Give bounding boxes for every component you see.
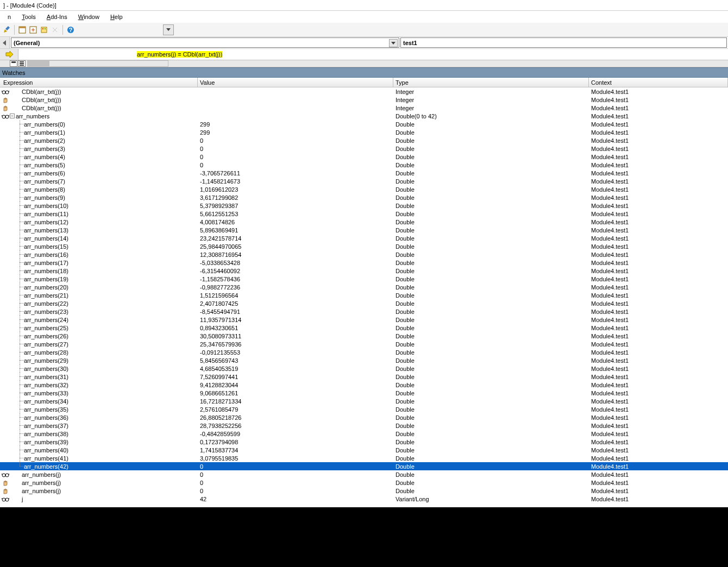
watch-row-child[interactable]: arr_numbers(24) 11,9357971314 Double Mod… (0, 316, 728, 324)
watch-row-child[interactable]: arr_numbers(31) 7,5260997441 Double Modu… (0, 373, 728, 381)
watch-row-child[interactable]: arr_numbers(2) 0 Double Module4.test1 (0, 136, 728, 144)
code-editor[interactable]: arr_numbers(j) = CDbl(arr_txt(j)) (18, 49, 728, 60)
watch-expression: arr_numbers(8) (24, 186, 65, 193)
watch-row-child[interactable]: arr_numbers(14) 23,2421578714 Double Mod… (0, 234, 728, 242)
watch-row-child[interactable]: arr_numbers(21) 1,5121596564 Double Modu… (0, 291, 728, 299)
object-combo[interactable]: (General) (11, 37, 399, 48)
watch-row-child[interactable]: arr_numbers(30) 4,6854053519 Double Modu… (0, 364, 728, 373)
horizontal-scrollbar[interactable] (27, 60, 168, 67)
watch-expression: CDbl(arr_txt(j)) (22, 89, 61, 95)
left-stub[interactable] (0, 37, 10, 48)
watch-value: 0 (198, 154, 393, 160)
watch-row-child[interactable]: arr_numbers(38) -0,4842859599 Double Mod… (0, 430, 728, 438)
col-context[interactable]: Context (589, 78, 728, 87)
watch-row-child[interactable]: arr_numbers(36) 26,8805218726 Double Mod… (0, 413, 728, 421)
watch-context: Module4.test1 (589, 121, 728, 128)
watch-row-child[interactable]: arr_numbers(15) 25,9844970065 Double Mod… (0, 242, 728, 250)
watch-row-child[interactable]: arr_numbers(32) 9,4128823044 Double Modu… (0, 381, 728, 389)
watch-row[interactable]: j 42 Variant/Long Module4.test1 (0, 495, 728, 503)
watch-row-child[interactable]: arr_numbers(28) -0,0912135553 Double Mod… (0, 348, 728, 356)
watch-row-child[interactable]: arr_numbers(27) 25,3476579936 Double Mod… (0, 340, 728, 348)
watch-type: Double (393, 121, 589, 128)
watch-row-child[interactable]: arr_numbers(40) 1,7415837734 Double Modu… (0, 446, 728, 454)
watch-row-child[interactable]: arr_numbers(10) 5,3798929387 Double Modu… (0, 201, 728, 210)
full-module-view-button[interactable] (10, 60, 17, 67)
watch-context: Module4.test1 (589, 455, 728, 462)
svg-point-19 (5, 498, 9, 501)
procedure-combo[interactable]: test1 (400, 37, 727, 48)
watch-row[interactable]: arr_numbers(j) 0 Double Module4.test1 (0, 487, 728, 495)
watch-row[interactable]: arr_numbers(j) 0 Double Module4.test1 (0, 478, 728, 487)
watch-row-child[interactable]: arr_numbers(35) 2,5761085479 Double Modu… (0, 405, 728, 413)
watch-row-child[interactable]: arr_numbers(18) -6,3154460092 Double Mod… (0, 267, 728, 275)
blank-icon (1, 398, 10, 405)
watch-row-child[interactable]: arr_numbers(34) 16,7218271334 Double Mod… (0, 397, 728, 405)
menu-tools[interactable]: Tools (17, 12, 40, 21)
watch-row-parent[interactable]: −arr_numbers Double(0 to 42) Module4.tes… (0, 112, 728, 120)
watch-value: -5,0338653428 (198, 260, 393, 266)
menu-window[interactable]: Window (74, 12, 104, 21)
watch-row-child[interactable]: arr_numbers(39) 0,1723794098 Double Modu… (0, 438, 728, 446)
watch-row-child[interactable]: arr_numbers(3) 0 Double Module4.test1 (0, 144, 728, 153)
watch-expression: arr_numbers(9) (24, 194, 65, 201)
watches-body[interactable]: CDbl(arr_txt(j)) Integer Module4.test1 C… (0, 87, 728, 507)
watch-row[interactable]: CDbl(arr_txt(j)) Integer Module4.test1 (0, 87, 728, 96)
watch-row-child[interactable]: arr_numbers(42) 0 Double Module4.test1 (0, 462, 728, 470)
watch-row-child[interactable]: arr_numbers(7) -1,1458214673 Double Modu… (0, 177, 728, 185)
blank-icon (1, 153, 10, 161)
blank-icon (1, 202, 10, 210)
menu-help[interactable]: Help (106, 12, 127, 21)
col-type[interactable]: Type (393, 78, 589, 87)
object-browser-icon[interactable] (40, 26, 48, 34)
watch-row-child[interactable]: arr_numbers(41) 3,0795519835 Double Modu… (0, 454, 728, 462)
watch-row-child[interactable]: arr_numbers(6) -3,7065726611 Double Modu… (0, 169, 728, 177)
watch-row-child[interactable]: arr_numbers(0) 299 Double Module4.test1 (0, 120, 728, 128)
watch-row-child[interactable]: arr_numbers(12) 4,008174826 Double Modul… (0, 218, 728, 226)
watch-row-child[interactable]: arr_numbers(33) 9,0686651261 Double Modu… (0, 389, 728, 397)
watch-row-child[interactable]: arr_numbers(23) -8,5455494791 Double Mod… (0, 307, 728, 316)
watch-row[interactable]: CDbl(arr_txt(j)) Integer Module4.test1 (0, 96, 728, 104)
help-icon[interactable]: ? (66, 26, 75, 34)
watches-panel-header[interactable]: Watches (0, 67, 728, 78)
watch-type: Double (393, 154, 589, 160)
toolbox-icon[interactable] (51, 26, 59, 34)
watch-row-child[interactable]: arr_numbers(1) 299 Double Module4.test1 (0, 128, 728, 136)
col-expression[interactable]: Expression (0, 78, 198, 87)
watch-row-child[interactable]: arr_numbers(29) 5,8456569743 Double Modu… (0, 356, 728, 364)
watch-row-child[interactable]: arr_numbers(26) 30,5080973311 Double Mod… (0, 332, 728, 340)
scrollbar-thumb[interactable] (28, 61, 49, 66)
collapse-icon[interactable]: − (10, 114, 15, 118)
watch-row-child[interactable]: arr_numbers(8) 1,0169612023 Double Modul… (0, 185, 728, 193)
chevron-down-icon[interactable] (389, 39, 398, 47)
watch-context: Module4.test1 (589, 251, 728, 258)
glasses-icon (1, 88, 10, 96)
col-value[interactable]: Value (198, 78, 393, 87)
watch-row-child[interactable]: arr_numbers(20) -0,9882772236 Double Mod… (0, 283, 728, 291)
watch-row-child[interactable]: arr_numbers(17) -5,0338653428 Double Mod… (0, 259, 728, 267)
watch-row-child[interactable]: arr_numbers(11) 5,6612551253 Double Modu… (0, 210, 728, 218)
watch-expression: arr_numbers(3) (24, 146, 65, 152)
watch-row-child[interactable]: arr_numbers(37) 28,7938252256 Double Mod… (0, 421, 728, 430)
watch-row-child[interactable]: arr_numbers(13) 5,8963869491 Double Modu… (0, 226, 728, 234)
watch-row[interactable]: arr_numbers(j) 0 Double Module4.test1 (0, 470, 728, 478)
watch-row-child[interactable]: arr_numbers(19) -1,1582578436 Double Mod… (0, 275, 728, 283)
watch-row-child[interactable]: arr_numbers(4) 0 Double Module4.test1 (0, 153, 728, 161)
blank-icon (1, 226, 10, 234)
footer-black-area (0, 507, 728, 567)
menu-run-tail[interactable]: n (3, 12, 15, 21)
watch-row-child[interactable]: arr_numbers(25) 0,8943230651 Double Modu… (0, 324, 728, 332)
watch-row-child[interactable]: arr_numbers(9) 3,6171299082 Double Modul… (0, 193, 728, 201)
watch-expression: arr_numbers(36) (24, 414, 68, 421)
project-explorer-icon[interactable] (18, 26, 27, 34)
design-mode-icon[interactable] (2, 26, 11, 34)
toolbar-combo-caret[interactable] (163, 24, 174, 35)
menu-addins[interactable]: Add-Ins (42, 12, 72, 21)
watch-value: 30,5080973311 (198, 333, 393, 339)
watch-row-child[interactable]: arr_numbers(22) 2,4071807425 Double Modu… (0, 299, 728, 307)
watch-row[interactable]: CDbl(arr_txt(j)) Integer Module4.test1 (0, 104, 728, 112)
watch-row-child[interactable]: arr_numbers(5) 0 Double Module4.test1 (0, 161, 728, 169)
watch-row-child[interactable]: arr_numbers(16) 12,3088716954 Double Mod… (0, 250, 728, 259)
blank-icon (1, 292, 10, 299)
properties-icon[interactable] (29, 26, 37, 34)
procedure-view-button[interactable] (18, 60, 26, 67)
